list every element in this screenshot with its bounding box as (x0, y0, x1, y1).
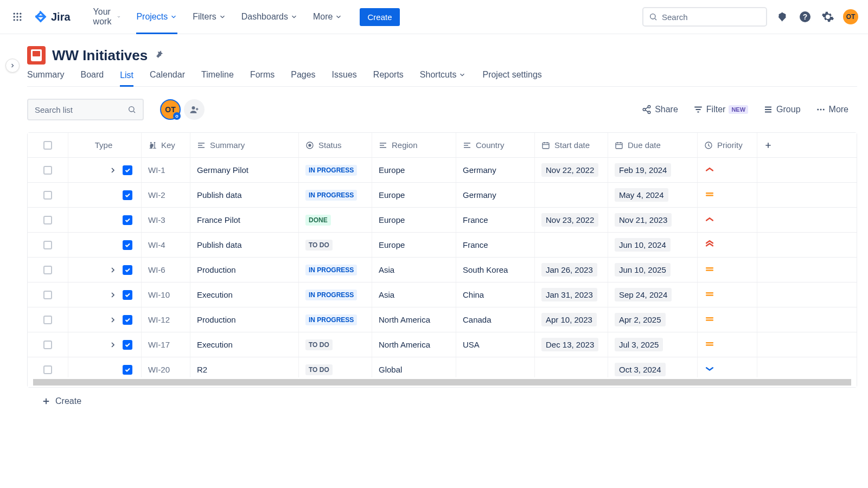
row-start-date[interactable]: Jan 31, 2023 (535, 282, 608, 307)
row-country[interactable]: Germany (456, 158, 535, 182)
table-row[interactable]: WI-20 R2 TO DO Global Oct 3, 2024 (28, 357, 857, 377)
tab-list[interactable]: List (120, 70, 133, 87)
tab-board[interactable]: Board (80, 70, 104, 86)
col-summary[interactable]: Summary (190, 133, 299, 157)
horizontal-scrollbar[interactable] (28, 377, 857, 387)
row-status[interactable]: IN PROGRESS (299, 258, 372, 282)
row-type[interactable] (68, 332, 142, 357)
tab-issues[interactable]: Issues (332, 70, 357, 86)
row-type[interactable] (68, 233, 142, 257)
row-due-date[interactable]: Oct 3, 2024 (608, 357, 698, 377)
row-priority[interactable] (698, 258, 757, 282)
row-summary[interactable]: France Pilot (190, 208, 299, 232)
row-country[interactable]: South Korea (456, 258, 535, 282)
row-key[interactable]: WI-6 (142, 258, 190, 282)
row-start-date[interactable]: Dec 13, 2023 (535, 332, 608, 357)
search-input-top[interactable]: Search (642, 7, 767, 27)
row-due-date[interactable]: Jul 3, 2025 (608, 332, 698, 357)
row-checkbox[interactable] (28, 332, 68, 357)
table-row[interactable]: WI-10 Execution IN PROGRESS Asia China J… (28, 282, 857, 307)
row-region[interactable]: Europe (372, 183, 456, 207)
table-row[interactable]: WI-6 Production IN PROGRESS Asia South K… (28, 258, 857, 282)
row-country[interactable]: Canada (456, 307, 535, 332)
row-due-date[interactable]: Sep 24, 2024 (608, 282, 698, 307)
tab-reports[interactable]: Reports (373, 70, 404, 86)
row-key[interactable]: WI-3 (142, 208, 190, 232)
row-start-date[interactable]: Nov 23, 2022 (535, 208, 608, 232)
row-country[interactable]: France (456, 233, 535, 257)
row-due-date[interactable]: Apr 2, 2025 (608, 307, 698, 332)
row-country[interactable] (456, 357, 535, 377)
row-priority[interactable] (698, 282, 757, 307)
row-due-date[interactable]: Jun 10, 2025 (608, 258, 698, 282)
help-icon[interactable]: ? (797, 9, 813, 24)
row-checkbox[interactable] (28, 357, 68, 377)
table-row[interactable]: WI-3 France Pilot DONE Europe France Nov… (28, 208, 857, 233)
user-avatar[interactable]: OT (843, 9, 858, 24)
filter-button[interactable]: Filter NEW (693, 105, 748, 114)
row-checkbox[interactable] (28, 183, 68, 207)
row-status[interactable]: TO DO (299, 332, 372, 357)
row-summary[interactable]: Germany Pilot (190, 158, 299, 182)
edit-icon[interactable] (154, 49, 165, 62)
share-button[interactable]: Share (642, 105, 678, 114)
row-checkbox[interactable] (28, 282, 68, 307)
nav-link-projects[interactable]: Projects (129, 0, 185, 34)
row-region[interactable]: Asia (372, 258, 456, 282)
tab-forms[interactable]: Forms (250, 70, 275, 86)
row-type[interactable] (68, 357, 142, 377)
row-status[interactable]: DONE (299, 208, 372, 232)
row-key[interactable]: WI-10 (142, 282, 190, 307)
row-summary[interactable]: Publish data (190, 233, 299, 257)
create-row-button[interactable]: Create (27, 388, 863, 415)
col-key[interactable]: # Key (142, 133, 190, 157)
row-summary[interactable]: Production (190, 258, 299, 282)
row-key[interactable]: WI-4 (142, 233, 190, 257)
more-button[interactable]: More (816, 105, 848, 114)
row-due-date[interactable]: Jun 10, 2024 (608, 233, 698, 257)
row-country[interactable]: China (456, 282, 535, 307)
row-priority[interactable] (698, 183, 757, 207)
nav-link-more[interactable]: More (305, 0, 350, 34)
search-list-input[interactable]: Search list (27, 99, 144, 120)
row-key[interactable]: WI-2 (142, 183, 190, 207)
col-priority[interactable]: Priority (698, 133, 757, 157)
row-key[interactable]: WI-17 (142, 332, 190, 357)
row-summary[interactable]: Publish data (190, 183, 299, 207)
add-assignee-button[interactable] (184, 99, 205, 120)
tab-shortcuts[interactable]: Shortcuts (420, 70, 467, 86)
table-row[interactable]: WI-17 Execution TO DO North America USA … (28, 332, 857, 357)
row-start-date[interactable]: Jan 26, 2023 (535, 258, 608, 282)
row-type[interactable] (68, 158, 142, 182)
row-key[interactable]: WI-12 (142, 307, 190, 332)
assignee-avatar[interactable]: OTo (160, 99, 181, 120)
col-checkbox[interactable] (28, 133, 68, 157)
tab-pages[interactable]: Pages (291, 70, 315, 86)
row-due-date[interactable]: Nov 21, 2023 (608, 208, 698, 232)
settings-icon[interactable] (820, 9, 835, 24)
col-due-date[interactable]: Due date (608, 133, 698, 157)
table-row[interactable]: WI-1 Germany Pilot IN PROGRESS Europe Ge… (28, 158, 857, 183)
table-row[interactable]: WI-12 Production IN PROGRESS North Ameri… (28, 307, 857, 332)
row-region[interactable]: North America (372, 332, 456, 357)
row-summary[interactable]: Production (190, 307, 299, 332)
row-start-date[interactable] (535, 357, 608, 377)
table-body[interactable]: WI-1 Germany Pilot IN PROGRESS Europe Ge… (28, 158, 857, 377)
col-type[interactable]: Type (68, 133, 142, 157)
row-priority[interactable] (698, 357, 757, 377)
notifications-icon[interactable] (775, 9, 790, 24)
row-checkbox[interactable] (28, 233, 68, 257)
row-status[interactable]: IN PROGRESS (299, 158, 372, 182)
table-row[interactable]: WI-4 Publish data TO DO Europe France Ju… (28, 233, 857, 258)
row-type[interactable] (68, 183, 142, 207)
row-checkbox[interactable] (28, 158, 68, 182)
row-checkbox[interactable] (28, 208, 68, 232)
col-status[interactable]: Status (299, 133, 372, 157)
tab-project-settings[interactable]: Project settings (482, 70, 541, 86)
row-start-date[interactable]: Nov 22, 2022 (535, 158, 608, 182)
row-priority[interactable] (698, 332, 757, 357)
row-country[interactable]: Germany (456, 183, 535, 207)
row-priority[interactable] (698, 158, 757, 182)
row-region[interactable]: North America (372, 307, 456, 332)
row-status[interactable]: IN PROGRESS (299, 183, 372, 207)
